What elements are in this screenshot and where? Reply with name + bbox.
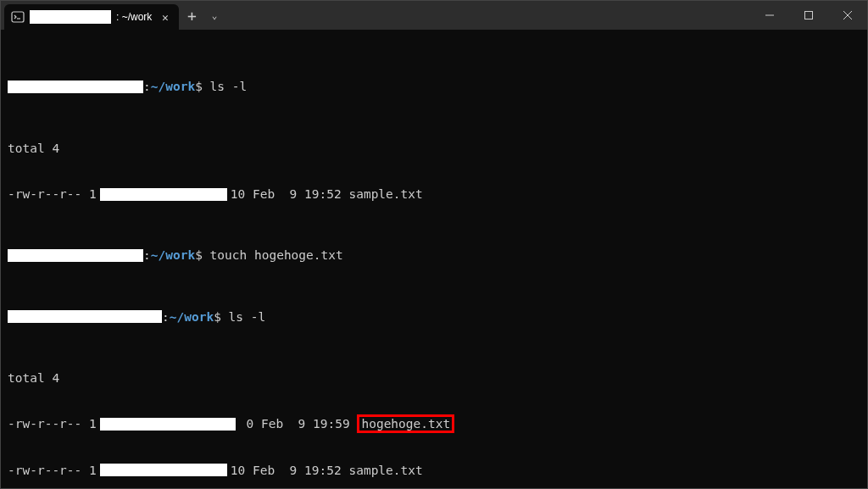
new-tab-button[interactable]: + [179,1,205,30]
minimize-button[interactable] [750,1,789,30]
close-window-button[interactable] [828,1,867,30]
maximize-button[interactable] [789,1,828,30]
file-row: -rw-r--r-- 1 0 Feb 9 19:59 hogehoge.txt [8,416,860,431]
terminal-content[interactable]: : ~/work $ ls -l total 4 -rw-r--r-- 1 10… [1,30,867,489]
cwd-path: ~/work [170,309,214,325]
tab-title-redacted [30,10,111,24]
cwd-path: ~/work [151,247,195,263]
command-text: ls -l [229,309,266,325]
prompt-line: : ~/work $ ls -l [8,309,860,325]
prompt-line: : ~/work $ ls -l [8,79,860,94]
redacted-owner-group [100,188,227,201]
command-text: ls -l [210,79,248,94]
redacted-owner-group [100,418,236,431]
output-line: total 4 [8,141,860,156]
tab-title-suffix: : ~/work [116,11,152,23]
output-line: total 4 [8,370,860,386]
file-row: -rw-r--r-- 1 10 Feb 9 19:52 sample.txt [8,186,860,202]
highlighted-filename: hogehoge.txt [357,414,454,433]
svg-rect-3 [805,12,813,19]
tab-close-button[interactable]: ✕ [159,10,172,24]
tab-dropdown-button[interactable]: ⌄ [205,1,225,30]
terminal-tab[interactable]: : ~/work ✕ [4,4,179,30]
redacted-user-host [8,249,143,262]
redacted-user-host [8,81,143,93]
prompt-line: : ~/work $ touch hogehoge.txt [8,247,860,263]
command-text: touch hogehoge.txt [210,247,343,263]
file-row: -rw-r--r-- 1 10 Feb 9 19:52 sample.txt [8,463,860,478]
wsl-icon [11,10,25,24]
cwd-path: ~/work [151,79,195,94]
redacted-user-host [8,310,162,323]
redacted-owner-group [100,464,227,476]
window-controls [750,1,867,30]
window-titlebar: : ~/work ✕ + ⌄ [1,1,867,30]
svg-rect-0 [12,12,24,22]
